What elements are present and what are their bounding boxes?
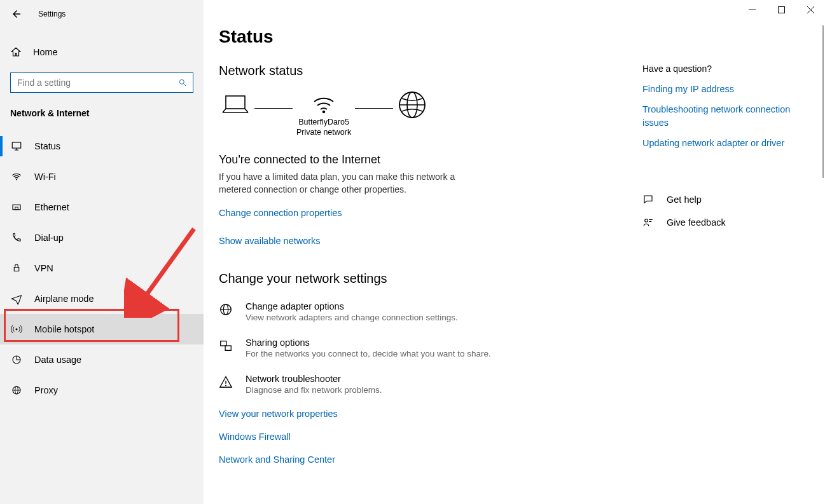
- link-firewall[interactable]: Windows Firewall: [219, 432, 642, 442]
- connected-heading: You're connected to the Internet: [219, 153, 642, 167]
- svg-rect-22: [221, 341, 226, 345]
- window-controls: [737, 0, 825, 19]
- svg-rect-8: [14, 268, 19, 271]
- sidebar-item-label: Ethernet: [34, 202, 69, 212]
- svg-point-26: [645, 219, 648, 222]
- search-icon: [178, 78, 187, 87]
- get-help-button[interactable]: Get help: [642, 194, 805, 205]
- arrow-left-icon: [11, 8, 22, 20]
- sidebar-item-label: Data usage: [34, 355, 81, 365]
- sidebar-item-label: Wi-Fi: [34, 172, 56, 182]
- sidebar-item-status[interactable]: Status: [0, 131, 204, 161]
- sidebar-item-label: Status: [34, 141, 60, 151]
- scrollbar-thumb[interactable]: [822, 25, 824, 178]
- maximize-icon: [778, 6, 785, 13]
- link-sharing-center[interactable]: Network and Sharing Center: [219, 454, 642, 465]
- sharing-icon: [219, 337, 234, 353]
- sidebar-item-hotspot[interactable]: Mobile hotspot: [0, 314, 204, 344]
- get-help-label: Get help: [667, 194, 702, 205]
- category-heading: Network & Internet: [0, 93, 204, 123]
- svg-line-1: [184, 84, 186, 86]
- sidebar-item-label: Airplane mode: [34, 294, 94, 304]
- maximize-button[interactable]: [766, 0, 796, 19]
- link-view-properties[interactable]: View your network properties: [219, 409, 642, 419]
- sidebar-item-dialup[interactable]: Dial-up: [0, 222, 204, 253]
- home-button[interactable]: Home: [0, 38, 204, 66]
- option-desc: Diagnose and fix network problems.: [246, 385, 382, 395]
- home-icon: [10, 46, 22, 58]
- sidebar-item-label: Proxy: [34, 385, 58, 395]
- home-label: Home: [33, 47, 58, 57]
- sidebar: Settings Home Network & Internet Status …: [0, 0, 204, 504]
- sidebar-item-label: Dial-up: [34, 233, 64, 243]
- network-diagram: ButterflyDaro5 Private network: [220, 90, 642, 139]
- connected-body: If you have a limited data plan, you can…: [219, 170, 461, 196]
- wifi-signal-icon: [311, 92, 336, 114]
- minimize-icon: [749, 6, 756, 13]
- internet-globe-icon: [397, 90, 427, 120]
- sidebar-item-datausage[interactable]: Data usage: [0, 344, 204, 375]
- option-sharing[interactable]: Sharing options For the networks you con…: [219, 337, 642, 358]
- search-input[interactable]: [10, 72, 193, 93]
- svg-point-25: [225, 385, 226, 386]
- phone-icon: [10, 232, 23, 243]
- hotspot-icon: [10, 324, 23, 335]
- option-change-adapter[interactable]: Change adapter options View network adap…: [219, 301, 642, 322]
- globe-icon: [10, 385, 23, 396]
- warning-icon: [219, 374, 234, 389]
- link-change-connection[interactable]: Change connection properties: [219, 208, 342, 218]
- sidebar-item-label: VPN: [34, 263, 53, 273]
- svg-rect-2: [12, 142, 21, 148]
- back-button[interactable]: [10, 8, 23, 20]
- option-title: Change adapter options: [246, 301, 458, 311]
- feedback-icon: [642, 217, 655, 228]
- monitor-icon: [10, 140, 23, 152]
- sidebar-item-airplane[interactable]: Airplane mode: [0, 283, 204, 314]
- page-title: Status: [219, 27, 642, 47]
- chat-icon: [642, 194, 655, 205]
- sidebar-item-proxy[interactable]: Proxy: [0, 375, 204, 405]
- give-feedback-label: Give feedback: [667, 217, 726, 228]
- svg-point-0: [179, 79, 184, 84]
- close-icon: [807, 6, 814, 13]
- aside-link[interactable]: Updating network adapter or driver: [642, 137, 805, 149]
- minimize-button[interactable]: [737, 0, 766, 19]
- svg-point-9: [16, 329, 18, 330]
- data-usage-icon: [10, 354, 23, 365]
- option-troubleshooter[interactable]: Network troubleshooter Diagnose and fix …: [219, 374, 642, 395]
- network-type: Private network: [296, 127, 351, 137]
- aside-panel: Have a question? Finding my IP address T…: [642, 0, 821, 504]
- sidebar-nav: Status Wi-Fi Ethernet Dial-up VPN Airpla…: [0, 131, 204, 405]
- sidebar-item-label: Mobile hotspot: [34, 324, 94, 334]
- svg-point-5: [16, 179, 17, 180]
- adapter-icon: [219, 301, 234, 317]
- svg-rect-28: [778, 6, 784, 13]
- sidebar-item-vpn[interactable]: VPN: [0, 253, 204, 283]
- wifi-icon: [10, 171, 23, 182]
- close-button[interactable]: [796, 0, 825, 19]
- svg-rect-23: [225, 346, 231, 350]
- option-title: Network troubleshooter: [246, 374, 382, 384]
- svg-rect-14: [226, 96, 245, 109]
- option-title: Sharing options: [246, 337, 491, 348]
- section-network-status: Network status: [219, 64, 642, 78]
- svg-point-15: [322, 111, 325, 113]
- ethernet-icon: [10, 201, 23, 213]
- option-desc: View network adapters and change connect…: [246, 313, 458, 322]
- link-show-networks[interactable]: Show available networks: [219, 236, 321, 246]
- airplane-icon: [10, 293, 23, 304]
- section-change-settings: Change your network settings: [219, 271, 642, 286]
- window-title: Settings: [38, 10, 66, 18]
- give-feedback-button[interactable]: Give feedback: [642, 217, 805, 228]
- laptop-icon: [220, 92, 251, 118]
- network-name: ButterflyDaro5: [296, 117, 351, 127]
- aside-link[interactable]: Troubleshooting network connection issue…: [642, 103, 805, 129]
- aside-link[interactable]: Finding my IP address: [642, 83, 805, 95]
- vpn-icon: [10, 262, 23, 274]
- sidebar-item-ethernet[interactable]: Ethernet: [0, 192, 204, 222]
- content-area: Status Network status: [204, 0, 825, 504]
- sidebar-item-wifi[interactable]: Wi-Fi: [0, 161, 204, 192]
- aside-question-heading: Have a question?: [642, 64, 805, 74]
- option-desc: For the networks you connect to, decide …: [246, 349, 491, 358]
